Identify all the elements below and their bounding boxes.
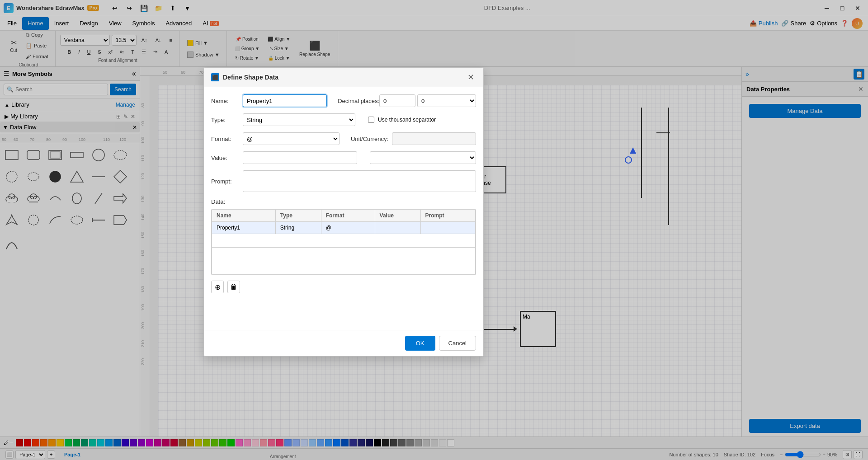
- add-row-btn[interactable]: ⊕: [211, 281, 224, 293]
- unit-currency-input[interactable]: [392, 132, 476, 145]
- col-value: Value: [375, 210, 420, 222]
- dialog-body: Name: Decimal places: 0 1 2 Type: String…: [204, 87, 483, 330]
- format-select[interactable]: @ 0 0.00: [243, 132, 340, 145]
- empty-row-2: [212, 248, 476, 261]
- col-type: Type: [275, 210, 321, 222]
- decimal-select[interactable]: 0 1 2: [417, 94, 476, 107]
- empty-row-3: [212, 261, 476, 275]
- dialog-close-btn[interactable]: ✕: [466, 72, 476, 82]
- type-row: Type: String Number Boolean Date Use tho…: [211, 113, 476, 126]
- name-input[interactable]: [243, 94, 327, 107]
- decimal-input[interactable]: [379, 94, 415, 107]
- col-format: Format: [321, 210, 375, 222]
- data-table: Name Type Format Value Prompt Property1 …: [212, 209, 476, 275]
- row-value: [375, 222, 420, 234]
- prompt-textarea[interactable]: [243, 170, 476, 192]
- value-row: Value:: [211, 151, 476, 164]
- ok-btn[interactable]: OK: [405, 336, 435, 351]
- format-label: Format:: [211, 136, 243, 142]
- row-prompt: [420, 222, 476, 234]
- dialog-header: ⬛ Define Shape Data ✕: [204, 68, 483, 87]
- dialog-header-icon: ⬛: [211, 73, 219, 81]
- row-format: @: [321, 222, 375, 234]
- delete-row-btn[interactable]: 🗑: [227, 281, 240, 293]
- data-table-container: Name Type Format Value Prompt Property1 …: [211, 209, 476, 275]
- prompt-label: Prompt:: [211, 178, 243, 185]
- format-row: Format: @ 0 0.00 Unit/Currency:: [211, 132, 476, 145]
- type-label: Type:: [211, 117, 243, 123]
- data-section: Data: Name Type Format Value Prompt: [211, 198, 476, 295]
- dialog-title: Define Shape Data: [223, 74, 462, 81]
- col-prompt: Prompt: [420, 210, 476, 222]
- data-actions: ⊕ 🗑: [211, 279, 476, 295]
- dialog-footer: OK Cancel: [204, 330, 483, 356]
- thousand-separator-label: Use thousand separator: [378, 117, 436, 123]
- name-row: Name: Decimal places: 0 1 2: [211, 94, 476, 107]
- row-type: String: [275, 222, 321, 234]
- col-name: Name: [212, 210, 276, 222]
- value-left-input[interactable]: [243, 151, 357, 164]
- prompt-row: Prompt:: [211, 170, 476, 192]
- cancel-btn[interactable]: Cancel: [439, 336, 476, 351]
- dialog-overlay: ⬛ Define Shape Data ✕ Name: Decimal plac…: [0, 0, 868, 460]
- thousand-separator-checkbox[interactable]: [368, 117, 374, 123]
- define-shape-data-dialog: ⬛ Define Shape Data ✕ Name: Decimal plac…: [203, 67, 484, 357]
- value-label: Value:: [211, 155, 243, 161]
- table-row[interactable]: Property1 String @: [212, 222, 476, 234]
- name-label: Name:: [211, 98, 243, 104]
- decimal-label: Decimal places:: [330, 98, 379, 104]
- type-select[interactable]: String Number Boolean Date: [243, 113, 355, 126]
- value-right-select[interactable]: [370, 151, 476, 164]
- data-label: Data:: [211, 198, 476, 205]
- row-name: Property1: [212, 222, 276, 234]
- empty-row-1: [212, 234, 476, 248]
- unit-currency-label: Unit/Currency:: [351, 136, 388, 142]
